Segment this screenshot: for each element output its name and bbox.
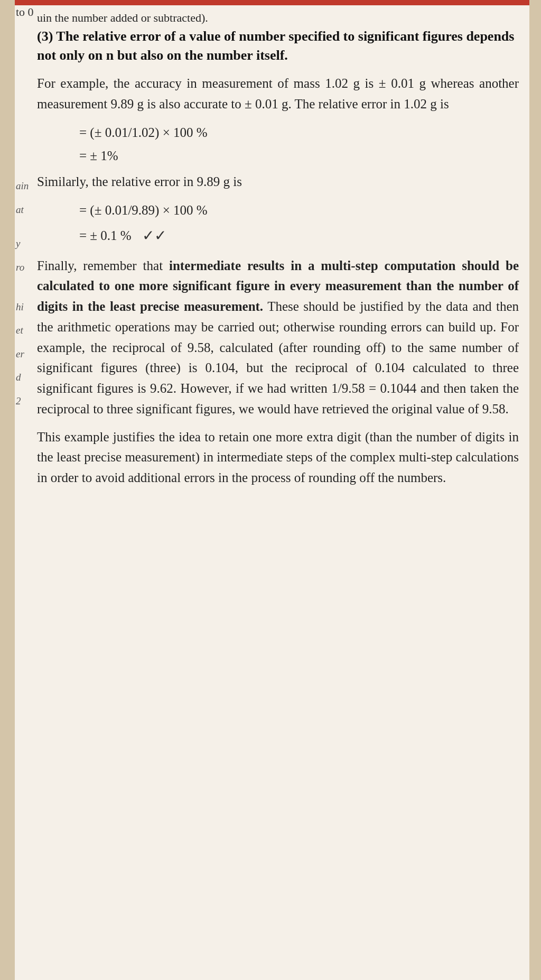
top-note: uin the number added or subtracted).	[37, 11, 519, 26]
content-area: uin the number added or subtracted). (3)…	[32, 5, 529, 517]
paragraph-4: This example justifies the idea to retai…	[37, 427, 519, 488]
margin-label-5: hi	[16, 295, 29, 319]
math-block-1a: = (± 0.01/1.02) × 100 %	[79, 122, 519, 143]
margin-label-2: at	[16, 198, 29, 222]
math-block-1b: = ± 1%	[79, 145, 519, 167]
math-block-2b: = ± 0.1 %	[79, 225, 132, 246]
margin-label-9: 2	[16, 390, 29, 413]
margin-label-4: ro	[16, 256, 29, 280]
page-container: ain at y ro hi et er d 2 to 0 uin the nu…	[0, 0, 541, 980]
para3-text-before: Finally, remember that	[37, 258, 169, 273]
right-tab	[529, 0, 541, 980]
para2-text: Similarly, the relative error in 9.89 g …	[37, 174, 242, 189]
paragraph-1: For example, the accuracy in measurement…	[37, 73, 519, 115]
para3-text-after: These should be justified by the data an…	[37, 299, 519, 416]
corner-text-1: to 0	[16, 5, 34, 19]
paragraph-3: Finally, remember that intermediate resu…	[37, 256, 519, 420]
margin-label-7: er	[16, 343, 29, 366]
section-heading: (3) The relative error of a value of num…	[37, 27, 519, 66]
margin-label-6: et	[16, 319, 29, 343]
left-margin-labels: ain at y ro hi et er d 2	[16, 174, 29, 413]
para1-text: For example, the accuracy in measurement…	[37, 76, 519, 111]
top-bar	[0, 0, 541, 5]
margin-label-3: y	[16, 232, 29, 256]
math-block-2b-row: = ± 0.1 % ✓✓	[79, 223, 519, 248]
margin-label-8: d	[16, 366, 29, 390]
math-block-2a: = (± 0.01/9.89) × 100 %	[79, 200, 519, 221]
top-left-corner: to 0	[16, 5, 34, 19]
left-tab	[0, 0, 15, 980]
margin-label-1: ain	[16, 174, 29, 198]
paragraph-2: Similarly, the relative error in 9.89 g …	[37, 172, 519, 192]
checkmark-icon: ✓✓	[142, 227, 166, 244]
